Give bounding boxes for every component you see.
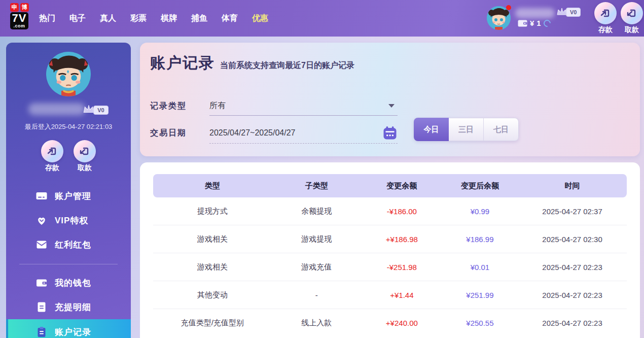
cell-time: 2025-04-27 02:37 (518, 207, 627, 216)
cell-type: 提现方式 (153, 207, 272, 216)
top-navbar: 申 博 7V .com 热门 电子 真人 彩票 棋牌 捕鱼 体育 优惠 (0, 0, 644, 37)
withdraw-button[interactable]: 取款 (620, 2, 644, 35)
cell-subtype: - (272, 291, 362, 299)
brand-badges: 申 博 (10, 3, 29, 12)
table-header-row: 类型 子类型 变更余额 变更后余额 时间 (153, 174, 627, 197)
vip-badge[interactable]: V0 (556, 7, 581, 17)
username-blurred (515, 8, 555, 18)
last-login-text: 最后登入2025-04-27 02:21:03 (6, 122, 131, 131)
wallet-icon (518, 19, 527, 27)
col-header-subtype: 子类型 (272, 181, 362, 191)
sidebar-item-label: 红利红包 (55, 239, 91, 251)
cell-change-amount: +¥1.44 (362, 291, 442, 299)
account-records-filter-panel: 账户记录 当前系统支持查询最近7日的账户记录 记录类型 所有 交易日期 2025… (140, 43, 640, 156)
cell-subtype: 游戏提现 (272, 234, 362, 244)
sidebar-user-row: V0 (6, 103, 131, 116)
calendar-icon[interactable] (382, 125, 398, 141)
cell-time: 2025-04-27 02:23 (518, 291, 627, 299)
brand-name: 7V (12, 13, 27, 24)
range-button-today[interactable]: 今日 (414, 118, 449, 141)
cell-change-amount: -¥186.00 (362, 207, 442, 216)
sidebar-menu: 账户管理 VIP特权 红利红包 我的钱包 充提明细 (6, 184, 131, 338)
sidebar-item-account-management[interactable]: 账户管理 (6, 184, 131, 208)
username-blurred (28, 103, 85, 115)
sidebar-item-bonus-redpacket[interactable]: 红利红包 (6, 232, 131, 257)
wallet-icon (35, 277, 48, 289)
cell-time: 2025-04-27 02:30 (518, 235, 627, 244)
nav-item-cards[interactable]: 棋牌 (161, 13, 177, 24)
record-type-label: 记录类型 (150, 101, 187, 112)
nav-item-sports[interactable]: 体育 (222, 13, 238, 24)
red-packet-icon (35, 239, 48, 251)
cell-change-amount: -¥251.98 (362, 263, 442, 272)
nav-item-slots[interactable]: 电子 (69, 13, 86, 24)
cell-type: 其他变动 (153, 290, 272, 300)
sidebar-withdraw-button[interactable]: 取款 (74, 140, 96, 173)
sidebar-user-avatar[interactable] (46, 52, 91, 96)
sidebar-deposit-button[interactable]: 存款 (41, 140, 63, 173)
cell-time: 2025-04-27 02:23 (518, 319, 627, 327)
cell-balance-after: ¥250.55 (442, 319, 518, 327)
nav-item-hot[interactable]: 热门 (39, 13, 55, 24)
deposit-arrow-icon (599, 7, 612, 19)
record-type-value: 所有 (209, 100, 226, 111)
cell-subtype: 游戏充值 (272, 262, 362, 272)
brand-tld: .com (13, 24, 25, 28)
table-row: 其他变动 - +¥1.44 ¥251.99 2025-04-27 02:23 (153, 281, 627, 309)
refresh-spinner-icon[interactable] (542, 18, 552, 28)
cell-time: 2025-04-27 02:23 (518, 263, 627, 272)
statement-icon (35, 301, 48, 313)
balance-display[interactable]: ¥ 1 (518, 19, 551, 27)
sidebar: V0 最后登入2025-04-27 02:21:03 存款 (6, 43, 131, 338)
sidebar-item-deposit-withdraw-details[interactable]: 充提明细 (6, 295, 131, 319)
withdraw-arrow-icon (79, 145, 91, 157)
page-subtitle: 当前系统支持查询最近7日的账户记录 (220, 60, 354, 71)
sidebar-item-label: 我的钱包 (55, 277, 91, 289)
nav-item-lottery[interactable]: 彩票 (130, 13, 147, 24)
record-type-select[interactable]: 所有 (209, 96, 398, 116)
cell-subtype: 线上入款 (272, 318, 362, 328)
records-clipboard-icon (35, 326, 48, 338)
table-row: 游戏相关 游戏提现 +¥186.98 ¥186.99 2025-04-27 02… (153, 225, 627, 253)
withdraw-label: 取款 (625, 25, 639, 35)
sidebar-item-my-wallet[interactable]: 我的钱包 (6, 271, 131, 295)
col-header-change: 变更余额 (362, 181, 442, 191)
cell-type: 游戏相关 (153, 262, 272, 272)
sidebar-vip-badge[interactable]: V0 (82, 104, 108, 115)
sidebar-item-vip-privileges[interactable]: VIP特权 (6, 208, 131, 232)
cell-subtype: 余额提现 (272, 207, 362, 216)
col-header-time: 时间 (518, 181, 627, 191)
table-row: 游戏相关 游戏充值 -¥251.98 ¥0.01 2025-04-27 02:2… (153, 253, 627, 281)
deposit-button[interactable]: 存款 (593, 2, 618, 35)
sidebar-item-label: VIP特权 (55, 215, 88, 226)
range-button-3days[interactable]: 三日 (449, 118, 484, 141)
date-range-input[interactable]: 2025/04/27~2025/04/27 (209, 123, 398, 144)
sidebar-item-label: 账户管理 (55, 190, 91, 202)
account-records-table-panel: 类型 子类型 变更余额 变更后余额 时间 提现方式 余额提现 -¥186.00 … (140, 162, 640, 338)
range-button-7days[interactable]: 七日 (484, 118, 519, 141)
cell-type: 充值类型/充值型别 (153, 318, 272, 328)
cell-change-amount: +¥186.98 (362, 235, 442, 244)
chevron-down-icon (388, 104, 395, 108)
cell-balance-after: ¥186.99 (442, 235, 518, 244)
brand-logo[interactable]: 申 博 7V .com (5, 3, 33, 29)
deposit-label: 存款 (45, 163, 59, 173)
brand-wordmark: 7V .com (10, 12, 29, 29)
avatar-character-icon (46, 52, 91, 96)
table-row: 提现方式 余额提现 -¥186.00 ¥0.99 2025-04-27 02:3… (153, 197, 627, 225)
cell-type: 游戏相关 (153, 234, 272, 244)
sidebar-quick-actions: 存款 取款 (6, 140, 131, 173)
nav-item-promos[interactable]: 优惠 (252, 13, 268, 24)
cell-balance-after: ¥251.99 (442, 291, 518, 299)
nav-item-fishing[interactable]: 捕鱼 (191, 13, 207, 24)
col-header-balance-after: 变更后余额 (442, 181, 518, 191)
balance-value: 1 (536, 19, 541, 27)
withdraw-label: 取款 (78, 163, 92, 173)
deposit-label: 存款 (598, 25, 613, 35)
date-range-value: 2025/04/27~2025/04/27 (209, 128, 296, 138)
sidebar-item-account-records[interactable]: 账户记录 (6, 319, 131, 338)
page-header: 账户记录 当前系统支持查询最近7日的账户记录 (150, 53, 354, 74)
table-row: 充值类型/充值型别 线上入款 +¥240.00 ¥250.55 2025-04-… (153, 309, 627, 337)
sidebar-item-label: 账户记录 (55, 326, 91, 338)
nav-item-live[interactable]: 真人 (100, 13, 116, 24)
